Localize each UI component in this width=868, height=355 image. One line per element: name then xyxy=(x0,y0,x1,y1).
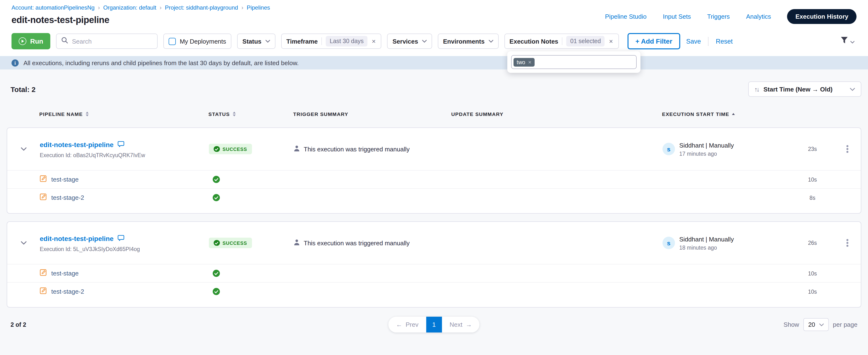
status-cell: SUCCESS xyxy=(209,238,293,248)
stage-link[interactable]: test-stage xyxy=(51,176,79,183)
timeframe-filter-value: Last 30 days xyxy=(326,36,368,47)
more-options-button[interactable] xyxy=(845,237,850,249)
play-icon xyxy=(19,37,26,45)
check-icon xyxy=(214,240,220,246)
notes-comment-icon[interactable] xyxy=(117,140,125,149)
breadcrumb: Account: automationPipelinesNg › Organiz… xyxy=(11,4,270,11)
breadcrumb-organization[interactable]: Organization: default xyxy=(103,4,156,11)
per-page-control: Show 20 per page xyxy=(783,318,858,331)
execution-card: edit-notes-test-pipeline Execution Id: o… xyxy=(7,127,861,214)
divider xyxy=(322,37,322,45)
chevron-down-icon xyxy=(850,37,855,46)
remove-tag-icon[interactable]: × xyxy=(528,59,531,65)
close-icon[interactable]: × xyxy=(371,38,376,45)
tab-input-sets[interactable]: Input Sets xyxy=(663,13,691,20)
stage-status-cell xyxy=(209,270,293,277)
execution-notes-filter-label: Execution Notes xyxy=(509,38,558,45)
success-check-icon xyxy=(213,270,220,277)
page-title: edit-notes-test-pipeline xyxy=(11,15,270,25)
column-header-execution-start-time[interactable]: EXECUTION START TIME xyxy=(662,111,792,117)
run-button[interactable]: Run xyxy=(11,33,50,49)
breadcrumb-account[interactable]: Account: automationPipelinesNg xyxy=(11,4,95,11)
execution-notes-tag-input[interactable]: two × xyxy=(511,55,637,69)
tab-execution-history[interactable]: Execution History xyxy=(787,9,857,24)
services-filter-label: Services xyxy=(393,38,418,45)
pipeline-link[interactable]: edit-notes-test-pipeline xyxy=(40,141,114,149)
execution-duration: 26s xyxy=(791,240,834,246)
tab-analytics[interactable]: Analytics xyxy=(746,13,771,20)
tab-pipeline-studio[interactable]: Pipeline Studio xyxy=(605,13,646,20)
chevron-down-icon xyxy=(488,40,493,42)
collapse-toggle[interactable] xyxy=(7,241,40,245)
close-icon[interactable]: × xyxy=(609,38,613,45)
check-icon xyxy=(214,146,220,152)
column-header-label: EXECUTION START TIME xyxy=(662,111,729,117)
notes-comment-icon[interactable] xyxy=(117,234,125,243)
chevron-down-icon xyxy=(422,40,427,42)
execution-row: edit-notes-test-pipeline Execution Id: o… xyxy=(7,128,861,170)
content: Total: 2 ↑↓ Start Time (New → Old) PIPEL… xyxy=(0,69,868,331)
search-box[interactable] xyxy=(56,33,158,49)
prev-page-button[interactable]: ← Prev xyxy=(389,317,426,332)
success-check-icon xyxy=(213,194,220,201)
services-filter[interactable]: Services xyxy=(387,33,432,49)
breadcrumb-pipelines[interactable]: Pipelines xyxy=(247,4,270,11)
stage-status-cell xyxy=(209,176,293,183)
sort-select[interactable]: ↑↓ Start Time (New → Old) xyxy=(748,82,861,97)
page-summary: 2 of 2 xyxy=(10,321,26,328)
environments-filter[interactable]: Environments xyxy=(438,33,498,49)
sort-both-icon xyxy=(86,112,89,116)
divider xyxy=(562,37,563,45)
total-count: Total: 2 xyxy=(10,85,35,93)
arrow-left-icon: ← xyxy=(396,321,402,328)
stage-duration: 10s xyxy=(791,177,834,182)
save-button[interactable]: Save xyxy=(686,38,701,45)
search-input[interactable] xyxy=(72,38,152,45)
prev-page-label: Prev xyxy=(406,321,418,328)
stage-link[interactable]: test-stage-2 xyxy=(51,194,84,201)
reset-button[interactable]: Reset xyxy=(716,38,733,45)
custom-stage-icon xyxy=(40,287,47,296)
pipeline-name-cell: edit-notes-test-pipeline Execution Id: o… xyxy=(40,140,209,158)
info-icon: i xyxy=(11,59,19,66)
per-page-select[interactable]: 20 xyxy=(803,318,829,331)
tab-triggers[interactable]: Triggers xyxy=(707,13,730,20)
status-filter[interactable]: Status xyxy=(237,33,275,49)
custom-stage-icon xyxy=(40,193,47,202)
column-header-pipeline-name[interactable]: PIPELINE NAME xyxy=(39,111,208,117)
status-badge: SUCCESS xyxy=(209,144,252,154)
pagination: 2 of 2 ← Prev 1 Next → Show 20 xyxy=(10,318,858,331)
add-filter-button[interactable]: + Add Filter xyxy=(627,33,680,49)
next-page-button[interactable]: Next → xyxy=(442,317,479,332)
my-deployments-filter[interactable]: My Deployments xyxy=(163,33,231,49)
status-badge: SUCCESS xyxy=(209,238,252,248)
page-number-button[interactable]: 1 xyxy=(426,317,442,332)
per-page-label: per page xyxy=(833,321,858,328)
stage-link[interactable]: test-stage xyxy=(51,270,79,277)
filter-selector-button[interactable] xyxy=(840,36,857,46)
avatar: s xyxy=(662,237,675,249)
status-filter-label: Status xyxy=(242,38,261,45)
collapse-toggle[interactable] xyxy=(7,147,40,151)
breadcrumb-project[interactable]: Project: siddhant-playground xyxy=(165,4,238,11)
execution-notes-filter-value: 01 selected xyxy=(566,36,605,47)
page-header: Account: automationPipelinesNg › Organiz… xyxy=(0,0,868,56)
execution-notes-filter-wrap: Execution Notes 01 selected × two × xyxy=(504,33,619,49)
column-header-status[interactable]: STATUS xyxy=(208,111,293,117)
stage-link[interactable]: test-stage-2 xyxy=(51,288,84,295)
column-header-label: TRIGGER SUMMARY xyxy=(293,111,348,117)
execution-notes-filter[interactable]: Execution Notes 01 selected × xyxy=(504,33,619,49)
more-options-button[interactable] xyxy=(845,144,850,155)
stage-name-cell: test-stage-2 xyxy=(40,287,209,296)
stage-status-cell xyxy=(209,194,293,201)
stage-duration: 8s xyxy=(791,195,834,201)
show-label: Show xyxy=(783,321,799,328)
my-deployments-checkbox[interactable] xyxy=(168,38,176,45)
time-ago: 17 minutes ago xyxy=(679,151,734,156)
chevron-down-icon xyxy=(819,323,824,326)
stage-name-cell: test-stage xyxy=(40,175,209,184)
pipeline-name-cell: edit-notes-test-pipeline Execution Id: 5… xyxy=(40,234,209,252)
environments-filter-label: Environments xyxy=(443,38,485,45)
timeframe-filter[interactable]: Timeframe Last 30 days × xyxy=(281,33,381,49)
pipeline-link[interactable]: edit-notes-test-pipeline xyxy=(40,235,114,242)
